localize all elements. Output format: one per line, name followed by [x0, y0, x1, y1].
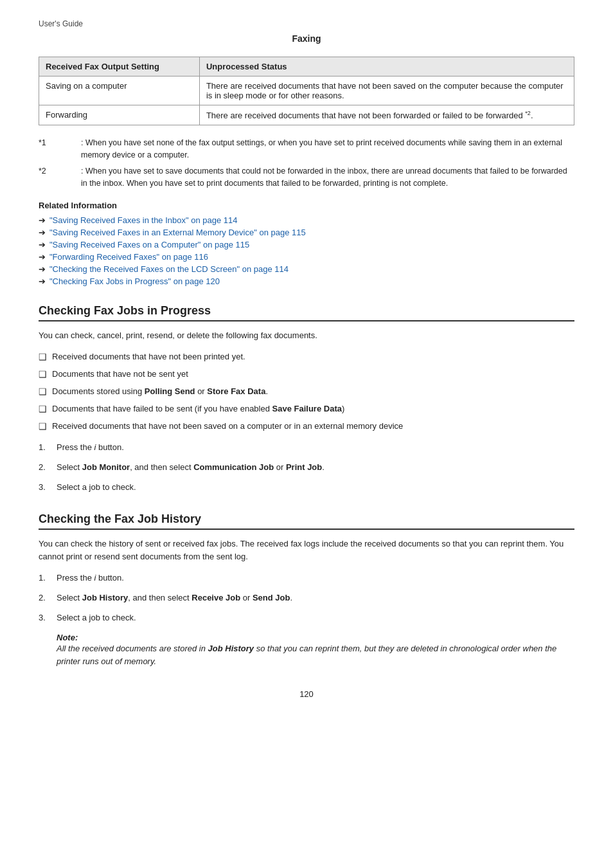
section1-step-1: 1. Press the i button.: [39, 441, 574, 455]
section2-step-3: 3. Select a job to check.: [39, 611, 574, 625]
related-link-5[interactable]: ➔ "Checking the Received Faxes on the LC…: [39, 264, 574, 274]
checklist-text-5: Received documents that have not been sa…: [52, 420, 403, 433]
job-history-bold: Job History: [82, 593, 129, 602]
checkbox-icon-5: ❑: [39, 420, 47, 433]
row1-status: There are received documents that have n…: [199, 77, 574, 105]
checkbox-icon-3: ❑: [39, 385, 47, 399]
step-2-num: 2.: [39, 461, 50, 475]
link-6-text[interactable]: "Checking Fax Jobs in Progress" on page …: [49, 276, 220, 286]
s2-step-3-num: 3.: [39, 611, 50, 625]
step-1-text: Press the i button.: [57, 441, 124, 455]
note-label: Note:: [57, 633, 574, 642]
print-job-bold: Print Job: [286, 462, 322, 472]
section1-steps: 1. Press the i button. 2. Select Job Mon…: [39, 441, 574, 494]
store-fax-bold: Store Fax Data: [207, 386, 265, 396]
s2-step-2-text: Select Job History, and then select Rece…: [57, 592, 292, 605]
save-failure-bold: Save Failure Data: [272, 404, 342, 413]
footnote-2-text: : When you have set to save documents th…: [81, 165, 574, 190]
section1-intro: You can check, cancel, print, resend, or…: [39, 329, 574, 343]
page-header-title: Faxing: [39, 33, 574, 44]
related-link-2[interactable]: ➔ "Saving Received Faxes in an External …: [39, 228, 574, 237]
row1-setting: Saving on a computer: [39, 77, 200, 105]
checklist-item-4: ❑ Documents that have failed to be sent …: [39, 402, 574, 416]
section1-checklist: ❑ Received documents that have not been …: [39, 350, 574, 433]
section2-step-1: 1. Press the i button.: [39, 572, 574, 585]
footnote-1: *1 : When you have set none of the fax o…: [39, 137, 574, 161]
section2-title: Checking the Fax Job History: [39, 512, 574, 530]
s2-step-3-text: Select a job to check.: [57, 611, 136, 625]
checklist-item-1: ❑ Received documents that have not been …: [39, 350, 574, 364]
footnote-2: *2 : When you have set to save documents…: [39, 165, 574, 190]
footnote-1-marker: *1: [39, 137, 77, 161]
related-link-1[interactable]: ➔ "Saving Received Faxes in the Inbox" o…: [39, 215, 574, 225]
arrow-icon-6: ➔: [39, 276, 46, 286]
related-link-3[interactable]: ➔ "Saving Received Faxes on a Computer" …: [39, 240, 574, 249]
related-link-4[interactable]: ➔ "Forwarding Received Faxes" on page 11…: [39, 252, 574, 262]
fax-output-table: Received Fax Output Setting Unprocessed …: [39, 57, 574, 125]
arrow-icon-1: ➔: [39, 215, 46, 225]
step-1-num: 1.: [39, 441, 50, 455]
related-information: Related Information ➔ "Saving Received F…: [39, 201, 574, 286]
checkbox-icon-1: ❑: [39, 350, 47, 364]
note-box: Note: All the received documents are sto…: [57, 633, 574, 669]
step-2-text: Select Job Monitor, and then select Comm…: [57, 461, 324, 475]
note-text: All the received documents are stored in…: [57, 642, 574, 669]
row2-setting: Forwarding: [39, 105, 200, 125]
step-3-text: Select a job to check.: [57, 481, 136, 494]
section2-intro: You can check the history of sent or rec…: [39, 538, 574, 565]
link-3-text[interactable]: "Saving Received Faxes on a Computer" on…: [49, 240, 249, 249]
checklist-text-2: Documents that have not be sent yet: [52, 368, 188, 381]
section1-step-3: 3. Select a job to check.: [39, 481, 574, 494]
section2-steps: 1. Press the i button. 2. Select Job His…: [39, 572, 574, 624]
checkbox-icon-2: ❑: [39, 368, 47, 381]
send-job-bold: Send Job: [253, 593, 290, 602]
table-row: Forwarding There are received documents …: [39, 105, 574, 125]
receive-job-bold: Receive Job: [191, 593, 240, 602]
section2-step-2: 2. Select Job History, and then select R…: [39, 592, 574, 605]
s2-i-button-italic: i: [94, 573, 96, 583]
checkbox-icon-4: ❑: [39, 402, 47, 416]
footnotes-section: *1 : When you have set none of the fax o…: [39, 137, 574, 189]
checklist-item-5: ❑ Received documents that have not been …: [39, 420, 574, 433]
checklist-text-1: Received documents that have not been pr…: [52, 350, 245, 364]
job-history-italic: Job History: [208, 644, 254, 653]
col2-header: Unprocessed Status: [199, 57, 574, 77]
related-link-6[interactable]: ➔ "Checking Fax Jobs in Progress" on pag…: [39, 276, 574, 286]
arrow-icon-2: ➔: [39, 228, 46, 237]
checklist-text-3: Documents stored using Polling Send or S…: [52, 385, 268, 399]
s2-step-1-num: 1.: [39, 572, 50, 585]
section1-title: Checking Fax Jobs in Progress: [39, 304, 574, 321]
user-guide-label: User's Guide: [39, 19, 574, 28]
s2-step-2-num: 2.: [39, 592, 50, 605]
checklist-item-2: ❑ Documents that have not be sent yet: [39, 368, 574, 381]
table-row: Saving on a computer There are received …: [39, 77, 574, 105]
communication-job-bold: Communication Job: [193, 462, 274, 472]
link-5-text[interactable]: "Checking the Received Faxes on the LCD …: [49, 264, 289, 274]
col1-header: Received Fax Output Setting: [39, 57, 200, 77]
page-footer: 120: [39, 689, 574, 699]
checklist-text-4: Documents that have failed to be sent (i…: [52, 402, 344, 416]
step-3-num: 3.: [39, 481, 50, 494]
job-monitor-bold: Job Monitor: [82, 462, 130, 472]
related-info-title: Related Information: [39, 201, 574, 210]
arrow-icon-5: ➔: [39, 264, 46, 274]
link-4-text[interactable]: "Forwarding Received Faxes" on page 116: [49, 252, 208, 262]
footnote-2-marker: *2: [39, 165, 77, 190]
i-button-italic: i: [94, 442, 96, 452]
s2-step-1-text: Press the i button.: [57, 572, 124, 585]
checklist-item-3: ❑ Documents stored using Polling Send or…: [39, 385, 574, 399]
arrow-icon-3: ➔: [39, 240, 46, 249]
row2-status: There are received documents that have n…: [199, 105, 574, 125]
link-2-text[interactable]: "Saving Received Faxes in an External Me…: [49, 228, 306, 237]
polling-send-bold: Polling Send: [145, 386, 195, 396]
arrow-icon-4: ➔: [39, 252, 46, 262]
link-1-text[interactable]: "Saving Received Faxes in the Inbox" on …: [49, 215, 238, 225]
section1-step-2: 2. Select Job Monitor, and then select C…: [39, 461, 574, 475]
footnote-1-text: : When you have set none of the fax outp…: [81, 137, 574, 161]
